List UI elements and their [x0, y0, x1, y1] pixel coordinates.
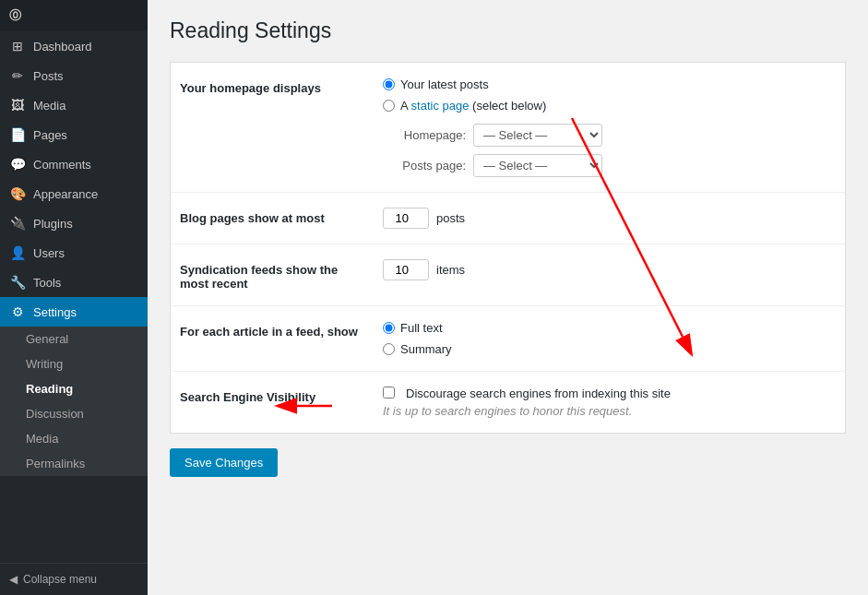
syndication-label: Syndication feeds show the most recent	[180, 259, 383, 291]
submenu-writing[interactable]: Writing	[0, 351, 148, 376]
sidebar-item-dashboard[interactable]: ⊞ Dashboard	[0, 31, 148, 61]
latest-posts-option: Your latest posts	[383, 77, 836, 91]
blog-pages-unit: posts	[436, 211, 465, 225]
blog-pages-input-group: posts	[383, 208, 836, 229]
full-text-radio[interactable]	[383, 322, 395, 334]
static-page-option: A static page (select below)	[383, 99, 836, 113]
static-page-label: A static page (select below)	[400, 99, 546, 113]
blog-pages-label: Blog pages show at most	[180, 208, 383, 229]
sidebar-item-label: Tools	[33, 276, 61, 290]
sidebar-item-label: Posts	[33, 69, 64, 83]
article-feed-row: For each article in a feed, show Full te…	[171, 306, 845, 372]
search-visibility-control: Discourage search engines from indexing …	[383, 387, 836, 418]
dashboard-icon: ⊞	[9, 39, 26, 54]
homepage-select-group: Homepage: — Select —	[383, 124, 836, 147]
posts-page-select[interactable]: — Select —	[473, 154, 602, 177]
sidebar-item-label: Appearance	[33, 187, 98, 201]
blog-pages-row: Blog pages show at most posts	[171, 193, 845, 244]
static-page-link[interactable]: static page	[411, 99, 470, 113]
sidebar-item-plugins[interactable]: 🔌 Plugins	[0, 208, 148, 238]
search-visibility-checkbox[interactable]	[383, 387, 395, 399]
collapse-icon: ◀	[9, 573, 18, 586]
pages-icon: 📄	[9, 127, 26, 142]
tools-icon: 🔧	[9, 275, 26, 290]
full-text-option: Full text	[383, 321, 836, 335]
main-content: Reading Settings Your homepage displays …	[148, 0, 868, 495]
wp-logo-icon: ⓪	[9, 7, 21, 24]
static-page-radio[interactable]	[383, 100, 395, 112]
search-visibility-checkbox-label: Discourage search engines from indexing …	[406, 387, 671, 400]
sidebar-item-label: Comments	[33, 158, 91, 172]
article-feed-radio-group: Full text Summary	[383, 321, 836, 356]
homepage-select[interactable]: — Select —	[473, 124, 602, 147]
sidebar-item-label: Plugins	[33, 217, 73, 231]
media-icon: 🖼	[9, 98, 26, 113]
plugins-icon: 🔌	[9, 216, 26, 231]
latest-posts-label: Your latest posts	[400, 77, 489, 91]
sidebar-item-label: Users	[33, 246, 65, 260]
homepage-radio-group: Your latest posts A static page (select …	[383, 77, 836, 113]
full-text-label: Full text	[400, 321, 443, 335]
sidebar-item-label: Pages	[33, 128, 67, 142]
save-changes-button[interactable]: Save Changes	[170, 448, 278, 477]
page-selectors: Homepage: — Select — Posts page: — Selec…	[383, 124, 836, 177]
syndication-row: Syndication feeds show the most recent i…	[171, 244, 845, 306]
blog-pages-control: posts	[383, 208, 836, 229]
settings-form: Your homepage displays Your latest posts…	[170, 62, 846, 434]
sidebar-item-label: Media	[33, 99, 65, 113]
sidebar-item-label: Dashboard	[33, 40, 92, 54]
sidebar-item-tools[interactable]: 🔧 Tools	[0, 268, 148, 297]
sidebar: ⓪ ⊞ Dashboard ✏ Posts 🖼 Media 📄 Pages 💬 …	[0, 0, 148, 595]
submenu-general[interactable]: General	[0, 327, 148, 351]
appearance-icon: 🎨	[9, 186, 26, 201]
sidebar-item-appearance[interactable]: 🎨 Appearance	[0, 179, 148, 208]
submenu-media[interactable]: Media	[0, 426, 148, 451]
summary-radio[interactable]	[383, 343, 395, 355]
users-icon: 👤	[9, 245, 26, 260]
homepage-displays-label: Your homepage displays	[180, 77, 383, 177]
homepage-displays-control: Your latest posts A static page (select …	[383, 77, 836, 177]
syndication-control: items	[383, 259, 836, 291]
sidebar-item-pages[interactable]: 📄 Pages	[0, 120, 148, 149]
sidebar-item-users[interactable]: 👤 Users	[0, 238, 148, 268]
search-visibility-row: Search Engine Visibility Discourage sear…	[171, 372, 845, 433]
sidebar-item-comments[interactable]: 💬 Comments	[0, 149, 148, 179]
article-feed-label: For each article in a feed, show	[180, 321, 383, 356]
sidebar-item-label: Settings	[33, 305, 77, 319]
settings-submenu: General Writing Reading Discussion Media…	[0, 327, 148, 476]
search-visibility-label: Search Engine Visibility	[180, 387, 383, 418]
collapse-menu-button[interactable]: ◀ Collapse menu	[0, 563, 148, 595]
summary-option: Summary	[383, 342, 836, 356]
homepage-displays-row: Your homepage displays Your latest posts…	[171, 63, 845, 193]
syndication-input-group: items	[383, 259, 836, 280]
posts-icon: ✏	[9, 68, 26, 83]
sidebar-item-settings[interactable]: ⚙ Settings	[0, 297, 148, 327]
settings-icon: ⚙	[9, 304, 26, 319]
syndication-input[interactable]	[383, 259, 429, 280]
collapse-label: Collapse menu	[23, 573, 97, 586]
submenu-reading[interactable]: Reading	[0, 376, 148, 401]
search-visibility-note: It is up to search engines to honor this…	[383, 404, 836, 418]
syndication-unit: items	[436, 263, 465, 277]
submenu-permalinks[interactable]: Permalinks	[0, 451, 148, 476]
article-feed-control: Full text Summary	[383, 321, 836, 356]
posts-page-select-group: Posts page: — Select —	[383, 154, 836, 177]
blog-pages-input[interactable]	[383, 208, 429, 229]
posts-page-select-label: Posts page:	[383, 159, 466, 173]
sidebar-item-media[interactable]: 🖼 Media	[0, 90, 148, 120]
search-visibility-checkbox-group: Discourage search engines from indexing …	[383, 387, 836, 400]
comments-icon: 💬	[9, 157, 26, 172]
summary-label: Summary	[400, 342, 452, 356]
sidebar-item-posts[interactable]: ✏ Posts	[0, 61, 148, 90]
sidebar-logo: ⓪	[0, 0, 148, 31]
latest-posts-radio[interactable]	[383, 78, 395, 90]
homepage-select-label: Homepage:	[383, 128, 466, 142]
submenu-discussion[interactable]: Discussion	[0, 401, 148, 426]
page-title: Reading Settings	[170, 18, 846, 43]
